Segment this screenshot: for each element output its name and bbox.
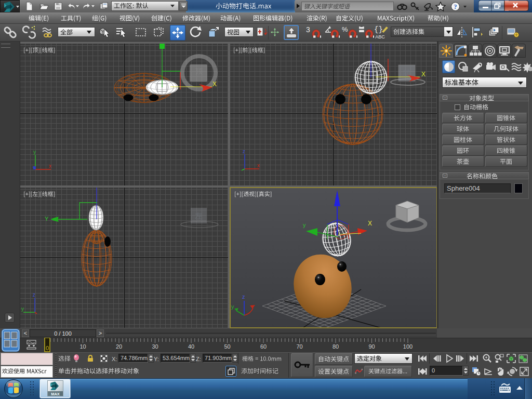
svg-text:?: ? xyxy=(454,3,457,10)
svg-text:MAX: MAX xyxy=(51,392,60,396)
svg-text:40: 40 xyxy=(188,343,194,350)
svg-text:y: y xyxy=(303,222,306,228)
svg-text:20: 20 xyxy=(116,343,122,350)
svg-text:y: y xyxy=(231,303,234,310)
svg-text:%: % xyxy=(342,25,348,33)
svg-text:z: z xyxy=(33,292,35,298)
svg-text:10: 10 xyxy=(79,343,86,350)
svg-text:90: 90 xyxy=(368,343,375,350)
svg-text:x: x xyxy=(49,163,51,169)
svg-text:y: y xyxy=(21,306,24,312)
svg-text:50: 50 xyxy=(224,343,230,350)
svg-text:0: 0 xyxy=(46,345,49,351)
svg-text:ABC: ABC xyxy=(375,34,385,39)
svg-text:30: 30 xyxy=(152,343,158,350)
svg-text:X: X xyxy=(421,71,425,78)
svg-text:Y: Y xyxy=(45,216,49,222)
svg-text:y: y xyxy=(33,149,36,155)
svg-text:{}: {} xyxy=(374,25,383,34)
svg-text:100: 100 xyxy=(403,343,413,350)
svg-text:70: 70 xyxy=(296,343,302,350)
svg-text:z: z xyxy=(243,149,245,154)
svg-text:x: x xyxy=(257,163,260,168)
svg-text:60: 60 xyxy=(260,343,267,350)
svg-text:80: 80 xyxy=(332,343,339,350)
svg-text:3: 3 xyxy=(306,25,310,34)
svg-text:X: X xyxy=(212,81,217,88)
svg-text:X: X xyxy=(368,220,372,227)
svg-text:z: z xyxy=(242,294,245,300)
